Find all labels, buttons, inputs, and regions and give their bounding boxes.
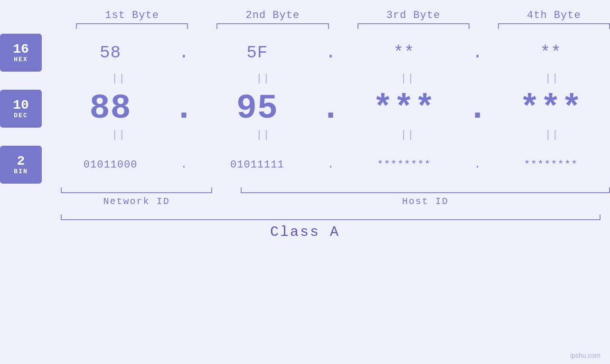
bin-label: BIN — [14, 168, 28, 175]
eq-8: || — [494, 129, 610, 141]
bin-byte-2: 01011111 — [198, 159, 316, 171]
byte-header-4: 4th Byte — [498, 9, 610, 21]
class-label-row: Class A — [0, 224, 610, 240]
bracket-2 — [216, 23, 328, 29]
dec-values: 88 . 95 . *** . *** — [51, 89, 610, 128]
hex-byte-3: ** — [345, 43, 463, 63]
hex-byte-4: ** — [492, 43, 610, 63]
dec-dot-3: . — [463, 89, 492, 128]
byte-header-1: 1st Byte — [76, 9, 188, 21]
eq-2: || — [205, 73, 321, 84]
byte-header-3: 3rd Byte — [357, 9, 469, 21]
class-label: Class A — [270, 224, 340, 240]
equals-row-1: || || || || — [0, 73, 610, 84]
main-container: 1st Byte 2nd Byte 3rd Byte 4th Byte 16 H… — [0, 0, 610, 364]
hex-byte-1: 58 — [51, 43, 169, 63]
bin-badge: 2 BIN — [0, 146, 42, 184]
eq-1: || — [61, 73, 177, 84]
eq-6: || — [205, 129, 321, 141]
bottom-labels: Network ID Host ID — [61, 196, 610, 207]
top-brackets — [0, 23, 610, 29]
big-bracket — [61, 215, 601, 220]
hex-dot-1: . — [169, 43, 198, 63]
eq-3: || — [350, 73, 466, 84]
hex-number: 16 — [13, 43, 29, 56]
dec-byte-4: *** — [492, 89, 610, 128]
eq-7: || — [350, 129, 466, 141]
hex-byte-2: 5F — [198, 43, 316, 63]
hex-dot-3: . — [463, 43, 492, 63]
dec-byte-1: 88 — [51, 89, 169, 128]
eq-4: || — [494, 73, 610, 84]
byte-header-2: 2nd Byte — [216, 9, 328, 21]
bottom-bracket-area: Network ID Host ID — [0, 187, 610, 207]
byte-headers: 1st Byte 2nd Byte 3rd Byte 4th Byte — [0, 9, 610, 21]
dec-row: 10 DEC 88 . 95 . *** . *** — [0, 89, 610, 128]
bin-byte-4: ******** — [492, 159, 610, 171]
bin-values: 01011000 . 01011111 . ******** . *******… — [51, 159, 610, 171]
hex-dot-2: . — [317, 43, 345, 63]
hex-values: 58 . 5F . ** . ** — [51, 43, 610, 63]
bin-dot-3: . — [463, 159, 492, 171]
bin-byte-1: 01011000 — [51, 159, 169, 171]
dec-byte-2: 95 — [198, 89, 316, 128]
host-id-label: Host ID — [241, 196, 610, 207]
bracket-4 — [498, 23, 610, 29]
hex-row: 16 HEX 58 . 5F . ** . ** — [0, 34, 610, 72]
equals-row-2: || || || || — [0, 129, 610, 141]
bin-dot-1: . — [169, 159, 198, 171]
dec-label: DEC — [14, 112, 28, 119]
bracket-3 — [357, 23, 469, 29]
hex-badge: 16 HEX — [0, 34, 42, 72]
bin-number: 2 — [17, 155, 25, 168]
dec-dot-2: . — [317, 89, 345, 128]
bracket-1 — [76, 23, 188, 29]
network-bracket — [61, 187, 212, 193]
hex-label: HEX — [14, 56, 28, 63]
big-bracket-row — [0, 215, 610, 220]
dec-badge: 10 DEC — [0, 90, 42, 128]
dec-byte-3: *** — [345, 89, 463, 128]
dec-number: 10 — [13, 99, 29, 112]
network-id-label: Network ID — [61, 196, 212, 207]
eq-5: || — [61, 129, 177, 141]
bottom-brackets — [61, 187, 610, 193]
bin-dot-2: . — [317, 159, 345, 171]
watermark: ipshu.com — [570, 352, 601, 359]
dec-dot-1: . — [169, 89, 198, 128]
host-bracket — [241, 187, 610, 193]
bin-byte-3: ******** — [345, 159, 463, 171]
bin-row: 2 BIN 01011000 . 01011111 . ******** . *… — [0, 146, 610, 184]
